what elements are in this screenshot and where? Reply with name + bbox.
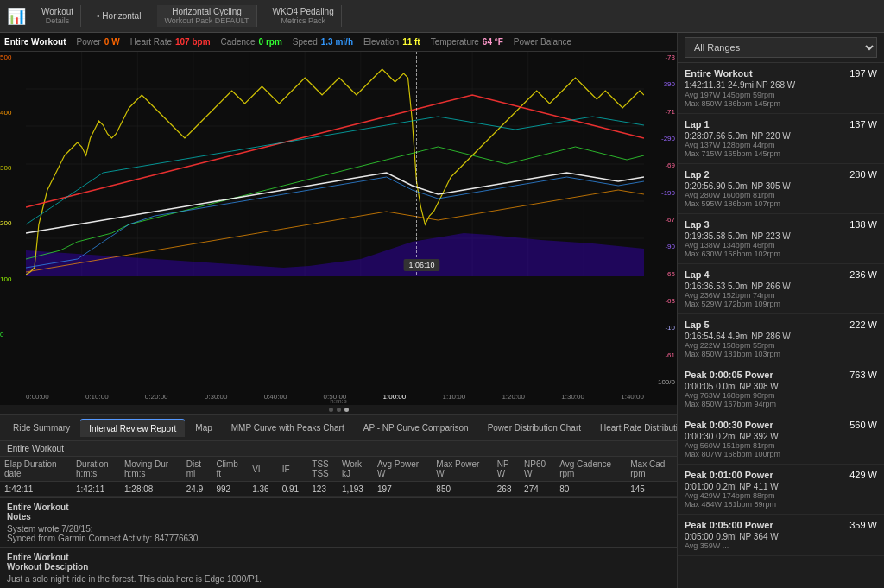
system-note: System wrote 7/28/15: Synced from Garmin… [7,524,670,543]
entry-line2-3: Avg 138W 134bpm 46rpm [685,241,877,250]
sidebar-entry-peak-1m[interactable]: Peak 0:01:00 Power 429 W 0:01:00 0.2mi N… [678,465,884,515]
tab-ride-summary[interactable]: Ride Summary [4,420,79,436]
elevation-stat: Elevation 11 ft [363,37,420,47]
tab-hr-dist[interactable]: Heart Rate Distribution Chart [591,420,677,436]
tab-mmp-curve[interactable]: MMP Curve with Peaks Chart [223,420,353,436]
td-max-cad: 145 [626,482,677,497]
td-if: 0.91 [278,482,308,497]
entry-line3-8: Max 484W 181bpm 89rpm [685,500,877,509]
horizontal-button[interactable]: • Horizontal [90,9,148,22]
range-selector: All Ranges [678,33,884,63]
hr-label: Heart Rate [130,37,172,47]
sidebar-entry-lap4[interactable]: Lap 4 236 W 0:16:36.53 5.0mi NP 266 W Av… [678,264,884,314]
notes-title-1: Entire Workout Notes [7,503,670,522]
table-section-title: Entire Workout [0,441,677,457]
description-section: Entire Workout Workout Desciption Just a… [0,547,677,588]
entry-name-5: Lap 5 [685,319,710,330]
td-dist: 24.9 [182,482,212,497]
entry-line1-4: 0:16:36.53 5.0mi NP 266 W [685,281,791,291]
th-climb: Climbft [212,457,248,482]
workout-details-label: Workout [41,7,73,16]
tab-power-dist[interactable]: Power Distribution Chart [479,420,590,436]
entry-line3-3: Max 630W 158bpm 102rpm [685,250,877,258]
th-np60: NP60W [520,457,555,482]
th-elap: Elap Durationdate [0,457,72,482]
sidebar-entry-lap2[interactable]: Lap 2 280 W 0:20:56.90 5.0mi NP 305 W Av… [678,164,884,214]
tab-power-dist-label: Power Distribution Chart [488,423,581,433]
td-tss: 123 [307,482,338,497]
speed-label: Speed [293,37,318,47]
app-icon: 📊 [7,7,26,26]
tab-hr-dist-label: Heart Rate Distribution Chart [600,423,677,433]
main-layout: Entire Workout Power 0 W Heart Rate 107 … [0,33,884,588]
entry-name-1: Lap 1 [685,119,710,130]
elevation-label: Elevation [363,37,399,47]
horizontal-label: • Horizontal [97,11,141,21]
td-duration: 1:42:11 [72,482,120,497]
sidebar-entry-lap3[interactable]: Lap 3 138 W 0:19:35.58 5.0mi NP 223 W Av… [678,214,884,264]
dot-2 [337,408,341,412]
entry-name-7: Peak 0:00:30 Power [685,420,774,430]
entry-line2-8: Avg 429W 174bpm 88rpm [685,491,877,500]
entry-line2-1: Avg 137W 128bpm 44rpm [685,141,877,149]
th-tss: TSSTSS [307,457,338,482]
entry-watts-4: 236 W [849,269,877,280]
speed-stat: Speed 1.3 mi/h [293,37,353,47]
x-label-3: 0:30:00 [205,393,228,401]
th-vi: VI [248,457,278,482]
entry-line2-9: Avg 359W ... [685,541,877,550]
entry-line3-0: Max 850W 186bpm 145rpm [685,99,877,108]
sidebar-entry-lap5[interactable]: Lap 5 222 W 0:16:54.64 4.9mi NP 286 W Av… [678,314,884,364]
entry-line3-4: Max 529W 172bpm 109rpm [685,300,877,308]
svg-text:1:06:10: 1:06:10 [409,261,435,269]
entry-watts-2: 280 W [849,169,877,180]
scroll-indicator [0,405,677,414]
tab-ap-np-curve[interactable]: AP - NP Curve Comparison [355,420,477,436]
sidebar-entry-peak-30s[interactable]: Peak 0:00:30 Power 560 W 0:00:30 0.2mi N… [678,414,884,465]
entry-watts-1: 137 W [849,119,877,130]
td-np: 268 [493,482,520,497]
entry-name-2: Lap 2 [685,169,710,180]
entry-line1-1: 0:28:07.66 5.0mi NP 220 W [685,131,791,141]
entry-watts-3: 138 W [849,219,877,230]
temp-value: 64 °F [483,37,503,47]
tab-map[interactable]: Map [186,420,220,436]
entry-line2-6: Avg 763W 168bpm 90rpm [685,391,877,400]
x-label-6: 1:00:00 [383,393,407,401]
power-stat: Power 0 W [76,37,119,47]
x-label-7: 1:10:00 [442,393,465,401]
data-table: Elap Durationdate Durationh:m:s Moving D… [0,457,677,497]
svg-marker-15 [26,233,644,276]
entry-line1-9: 0:05:00 0.9mi NP 364 W [685,532,779,541]
dot-3 [344,408,349,412]
wko4-pedaling-button[interactable]: WKO4 Pedaling Metrics Pack [266,5,342,27]
table-section: Entire Workout Elap Durationdate Duratio… [0,441,677,497]
cycling-sublabel: Workout Pack DEFAULT [164,16,249,25]
entry-line2-4: Avg 236W 152bpm 74rpm [685,291,877,300]
td-elap: 1:42:11 [0,482,72,497]
x-label-10: 1:40:00 [621,393,644,401]
sidebar-entry-peak-5m[interactable]: Peak 0:05:00 Power 359 W 0:05:00 0.9mi N… [678,515,884,556]
stats-bar: Entire Workout Power 0 W Heart Rate 107 … [0,33,677,52]
cadence-label: Cadence [221,37,256,47]
x-label-2: 0:20:00 [145,393,168,401]
chart-area[interactable]: 500 400 300 200 100 0 -73 -390 -71 -290 … [0,52,677,405]
sidebar-entry-peak-5s[interactable]: Peak 0:00:05 Power 763 W 0:00:05 0.0mi N… [678,364,884,414]
th-duration: Durationh:m:s [72,457,120,482]
power-balance-stat: Power Balance [514,37,571,47]
sidebar-entry-lap1[interactable]: Lap 1 137 W 0:28:07.66 5.0mi NP 220 W Av… [678,114,884,164]
entry-line3-6: Max 850W 167bpm 94rpm [685,400,877,408]
workout-details-sublabel: Details [46,16,70,25]
th-max-power: Max PowerW [432,457,492,482]
cycling-workout-button[interactable]: Horizontal Cycling Workout Pack DEFAULT [157,5,256,27]
td-moving: 1:28:08 [120,482,182,497]
range-select[interactable]: All Ranges [685,37,877,58]
entry-line2-7: Avg 560W 151bpm 81rpm [685,441,877,450]
entry-name-9: Peak 0:05:00 Power [685,520,774,530]
tab-interval-review[interactable]: Interval Review Report [80,419,185,437]
th-moving: Moving Durh:m:s [120,457,182,482]
workout-details-button[interactable]: Workout Details [35,5,81,27]
sidebar-entry-entire-workout[interactable]: Entire Workout 197 W 1:42:11.31 24.9mi N… [678,63,884,114]
tab-map-label: Map [195,423,212,433]
temp-stat: Temperature 64 °F [431,37,503,47]
